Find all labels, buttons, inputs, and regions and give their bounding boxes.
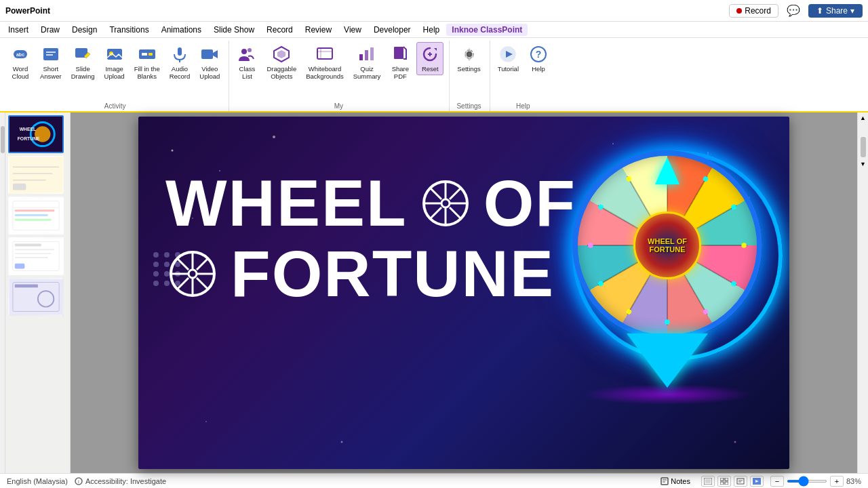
titlebar-actions: Record 💬 ⬆ Share ▾ xyxy=(729,3,863,18)
left-scrollbar[interactable] xyxy=(0,113,5,473)
audio-record-button[interactable]: AudioRecord xyxy=(166,42,194,83)
notes-button[interactable]: Notes xyxy=(656,476,694,487)
audio-record-label: AudioRecord xyxy=(170,65,191,81)
image-upload-label: ImageUpload xyxy=(104,65,125,81)
reset-icon xyxy=(420,45,439,64)
wheel-pointer xyxy=(655,157,679,184)
share-pdf-button[interactable]: SharePDF xyxy=(387,42,414,83)
tutorial-icon xyxy=(498,45,517,64)
svg-point-90 xyxy=(189,270,197,278)
menu-developer[interactable]: Developer xyxy=(368,24,416,36)
slide-sorter-button[interactable] xyxy=(717,476,731,487)
slide-thumb-5[interactable]: 5 xyxy=(8,278,64,316)
zoom-in-button[interactable]: + xyxy=(830,476,844,487)
settings-icon xyxy=(460,45,479,64)
quiz-summary-label: QuizSummary xyxy=(353,65,381,81)
reset-button[interactable]: Reset xyxy=(416,42,443,75)
fill-blanks-label: Fill in theBlanks xyxy=(134,65,160,81)
svg-rect-57 xyxy=(15,257,48,258)
settings-button[interactable]: Settings xyxy=(454,42,484,75)
menu-insert[interactable]: Insert xyxy=(3,24,34,36)
tutorial-label: Tutorial xyxy=(498,65,519,73)
right-scrollbar[interactable]: ▲ ▼ xyxy=(857,113,868,473)
main-area: 1 WHEEL FORTUNE 2 xyxy=(0,113,868,473)
quiz-summary-button[interactable]: QuizSummary xyxy=(350,42,384,83)
fortune-wheel-o-icon xyxy=(165,247,220,301)
menu-view[interactable]: View xyxy=(338,24,367,36)
svg-rect-11 xyxy=(178,47,182,56)
slide-thumb-content-4 xyxy=(9,239,62,274)
slide-thumb-content-1: WHEEL FORTUNE xyxy=(9,117,62,152)
svg-point-15 xyxy=(248,48,252,52)
help-button[interactable]: ? Help xyxy=(525,42,552,75)
menu-review[interactable]: Review xyxy=(300,24,337,36)
svg-rect-132 xyxy=(720,482,724,485)
video-upload-icon xyxy=(200,45,219,64)
svg-point-121 xyxy=(597,203,604,210)
slide-thumb-content-5 xyxy=(9,279,62,314)
whiteboard-backgrounds-icon xyxy=(315,45,334,64)
slide-panel: 1 WHEEL FORTUNE 2 xyxy=(5,113,71,473)
ribbon-content: abc WordCloud ShortAnswer SlideDrawing xyxy=(0,38,868,111)
svg-rect-55 xyxy=(15,249,55,250)
slide-thumb-4[interactable]: 4 xyxy=(8,237,64,275)
zoom-out-button[interactable]: − xyxy=(770,476,784,487)
comment-button[interactable]: 💬 xyxy=(783,3,804,18)
class-list-button[interactable]: ClassList xyxy=(233,42,260,83)
normal-view-button[interactable] xyxy=(701,476,715,487)
menu-animations[interactable]: Animations xyxy=(156,24,207,36)
reading-view-button[interactable] xyxy=(734,476,747,487)
draggable-objects-button[interactable]: DraggableObjects xyxy=(263,42,300,83)
settings-group-label: Settings xyxy=(454,102,484,111)
svg-rect-51 xyxy=(15,219,52,221)
zoom-slider[interactable] xyxy=(787,480,827,483)
language-label: English (Malaysia) xyxy=(7,477,68,485)
view-buttons xyxy=(701,476,764,487)
menu-transitions[interactable]: Transitions xyxy=(104,24,154,36)
svg-rect-50 xyxy=(15,214,48,216)
share-pdf-label: SharePDF xyxy=(392,65,409,81)
slide-drawing-button[interactable]: SlideDrawing xyxy=(68,42,98,83)
video-upload-button[interactable]: VideoUpload xyxy=(196,42,223,83)
my-group-label: My xyxy=(233,102,443,111)
fill-blanks-button[interactable]: Fill in theBlanks xyxy=(131,42,163,83)
svg-text:WHEEL: WHEEL xyxy=(20,127,37,131)
zoom-level-label: 83% xyxy=(846,477,861,485)
svg-rect-125 xyxy=(661,478,668,485)
help-buttons: Tutorial ? Help xyxy=(494,41,552,102)
menu-record[interactable]: Record xyxy=(261,24,298,36)
share-label: Share xyxy=(826,6,848,16)
slideshow-view-button[interactable] xyxy=(750,476,764,487)
word-cloud-button[interactable]: abc WordCloud xyxy=(7,42,34,83)
menu-design[interactable]: Design xyxy=(66,24,102,36)
audio-record-icon xyxy=(170,45,189,64)
tutorial-button[interactable]: Tutorial xyxy=(494,42,522,75)
svg-point-116 xyxy=(702,308,709,315)
slide-thumb-content-3 xyxy=(9,198,62,233)
short-answer-icon xyxy=(41,45,60,64)
svg-marker-17 xyxy=(277,50,285,58)
svg-line-95 xyxy=(177,258,189,270)
slide-thumb-1[interactable]: 1 WHEEL FORTUNE xyxy=(8,115,64,153)
slide-thumb-3[interactable]: 3 xyxy=(8,197,64,235)
menu-bar: Insert Draw Design Transitions Animation… xyxy=(0,22,868,38)
share-button[interactable]: ⬆ Share ▾ xyxy=(808,4,863,18)
accessibility-label: i Accessibility: Investigate xyxy=(75,477,166,485)
short-answer-button[interactable]: ShortAnswer xyxy=(37,42,65,83)
svg-rect-2 xyxy=(43,48,58,60)
settings-label: Settings xyxy=(457,65,480,73)
svg-point-114 xyxy=(741,243,747,248)
menu-help[interactable]: Help xyxy=(418,24,446,36)
menu-inknoe-classpoint[interactable]: Inknoe ClassPoint xyxy=(446,24,528,36)
zoom-area: − + 83% xyxy=(770,476,861,487)
record-button[interactable]: Record xyxy=(729,4,778,18)
menu-slideshow[interactable]: Slide Show xyxy=(208,24,260,36)
whiteboard-backgrounds-button[interactable]: WhiteboardBackgrounds xyxy=(302,42,347,83)
wheel-graphic: WHEEL OFFORTUNE xyxy=(552,130,783,455)
image-upload-button[interactable]: ImageUpload xyxy=(101,42,128,83)
slide-thumb-2[interactable]: 2 xyxy=(8,156,64,194)
menu-draw[interactable]: Draw xyxy=(35,24,65,36)
svg-point-122 xyxy=(625,176,632,182)
status-bar: English (Malaysia) i Accessibility: Inve… xyxy=(0,473,868,488)
svg-rect-130 xyxy=(720,478,724,481)
